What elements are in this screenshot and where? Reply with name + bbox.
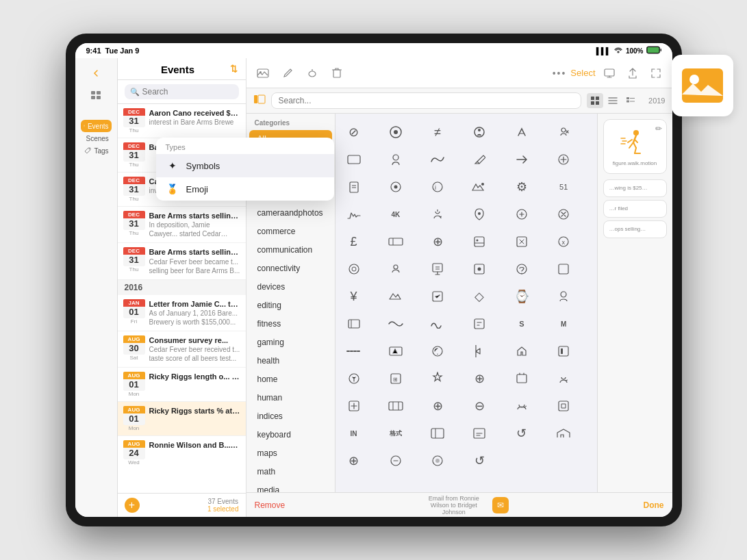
detail-edit-icon[interactable]: ✏	[655, 124, 662, 133]
sidebar-toggle-icon[interactable]	[253, 94, 266, 107]
symbol-cell[interactable]	[341, 366, 367, 392]
add-event-btn[interactable]: +	[125, 498, 140, 513]
symbol-cell[interactable]: ◇	[466, 283, 492, 309]
symbol-cell[interactable]: ⊕	[425, 229, 451, 255]
symbol-cell[interactable]	[550, 420, 577, 446]
category-item-maps[interactable]: maps	[249, 444, 332, 462]
symbol-cell[interactable]	[466, 420, 492, 446]
symbol-cell[interactable]: ⚙	[509, 174, 535, 200]
brush-btn[interactable]	[278, 64, 297, 83]
done-btn[interactable]: Done	[644, 500, 664, 510]
list-item[interactable]: JAN 01 Fri Letter from Jamie C... to Fir…	[118, 295, 246, 331]
toolbar-ellipsis[interactable]: •••	[553, 68, 567, 79]
sidebar-item-scenes[interactable]: Scenes	[81, 132, 112, 144]
category-item-connectivity[interactable]: connectivity	[249, 259, 332, 277]
symbol-cell[interactable]	[509, 256, 535, 282]
symbol-cell[interactable]	[383, 256, 409, 282]
symbol-cell[interactable]	[425, 338, 451, 364]
symbol-cell[interactable]	[341, 338, 367, 364]
symbol-cell[interactable]	[341, 311, 367, 337]
bottom-email-icon[interactable]: ✉	[492, 497, 509, 513]
symbol-cell[interactable]: ↺	[509, 420, 535, 446]
symbol-cell[interactable]: i	[425, 174, 451, 200]
list-item[interactable]: AUG 01 Mon Ricky Riggs starts % at Bare …	[118, 402, 246, 436]
detail-view-btn[interactable]	[622, 93, 639, 108]
list-item[interactable]: DEC 31 Thu Bare Arms starts selling Ceda…	[118, 207, 246, 243]
lasso-btn[interactable]	[303, 64, 322, 83]
symbol-cell[interactable]	[466, 229, 492, 255]
symbol-cell[interactable]	[383, 147, 409, 173]
symbol-cell[interactable]	[550, 147, 577, 173]
symbol-cell[interactable]	[550, 283, 577, 309]
category-item-devices[interactable]: devices	[249, 278, 332, 296]
symbol-cell[interactable]: ↺	[466, 448, 492, 474]
symbol-cell[interactable]	[383, 393, 409, 419]
category-item-communication[interactable]: communication	[249, 241, 332, 259]
category-item-fitness[interactable]: fitness	[249, 315, 332, 333]
symbol-cell[interactable]	[341, 256, 367, 282]
symbol-cell[interactable]: 格式	[383, 420, 409, 446]
toolbar-share-icon[interactable]	[623, 64, 642, 83]
events-search-input[interactable]	[142, 87, 233, 97]
grid-view-btn[interactable]	[587, 93, 603, 108]
symbol-cell[interactable]: ⊕	[466, 366, 492, 392]
symbol-cell[interactable]	[466, 174, 492, 200]
sidebar-item-events[interactable]: Events	[81, 120, 112, 132]
symbol-cell[interactable]	[341, 174, 367, 200]
symbol-cell[interactable]	[425, 448, 451, 474]
symbol-cell[interactable]: ⊘	[341, 119, 367, 145]
symbol-cell[interactable]	[509, 119, 535, 145]
symbol-cell[interactable]: ⊖	[466, 393, 492, 419]
symbol-cell[interactable]	[509, 229, 535, 255]
category-item-keyboard[interactable]: keyboard	[249, 426, 332, 444]
symbol-cell[interactable]	[466, 119, 492, 145]
symbol-cell[interactable]	[509, 366, 535, 392]
symbol-cell[interactable]	[341, 201, 367, 227]
symbol-cell[interactable]: ⌚	[509, 283, 535, 309]
symbol-cell[interactable]: 51	[550, 174, 577, 200]
remove-btn[interactable]: Remove	[255, 500, 286, 510]
events-sort-icon[interactable]: ⇅	[230, 64, 238, 74]
symbol-cell[interactable]	[550, 201, 577, 227]
dropdown-item-symbols[interactable]: ✦ Symbols	[156, 154, 334, 177]
symbol-cell[interactable]: S	[509, 311, 535, 337]
trash-btn[interactable]	[327, 64, 346, 83]
symbol-cell[interactable]	[383, 174, 409, 200]
category-item-human[interactable]: human	[249, 389, 332, 407]
toolbar-select-btn[interactable]: Select	[570, 68, 595, 78]
image-insert-btn[interactable]	[253, 64, 273, 83]
symbol-cell[interactable]	[383, 229, 409, 255]
symbol-cell[interactable]: M	[550, 311, 577, 337]
symbol-cell[interactable]: ⊕	[341, 448, 367, 474]
symbol-cell[interactable]	[383, 448, 409, 474]
symbol-cell[interactable]: ¥	[341, 283, 367, 309]
symbol-cell[interactable]	[383, 283, 409, 309]
list-view-btn[interactable]	[605, 93, 621, 108]
list-item[interactable]: DEC 31 Thu Bare Arms starts selling Ceda…	[118, 243, 246, 279]
symbol-cell[interactable]	[341, 393, 367, 419]
symbol-cell[interactable]	[509, 393, 535, 419]
symbol-cell[interactable]: ⊞	[383, 366, 409, 392]
symbol-cell[interactable]	[383, 311, 409, 337]
sidebar-item-tags[interactable]: Tags	[81, 144, 112, 157]
symbol-cell[interactable]	[425, 147, 451, 173]
list-item[interactable]: AUG 24 Wed Ronnie Wilson and B... Johnso…	[118, 436, 246, 470]
symbol-cell[interactable]	[509, 201, 535, 227]
category-item-indices[interactable]: indices	[249, 407, 332, 425]
symbol-cell[interactable]	[550, 119, 577, 145]
category-item-editing[interactable]: editing	[249, 296, 332, 314]
category-item-home[interactable]: home	[249, 370, 332, 388]
symbol-cell[interactable]	[425, 366, 451, 392]
category-item-gaming[interactable]: gaming	[249, 333, 332, 351]
category-item-health[interactable]: health	[249, 352, 332, 370]
symbol-cell[interactable]: £	[341, 229, 367, 255]
category-item-commerce[interactable]: commerce	[249, 222, 332, 240]
symbol-search-input[interactable]	[271, 92, 582, 109]
symbol-cell[interactable]	[383, 119, 409, 145]
symbol-cell[interactable]	[466, 256, 492, 282]
symbol-cell[interactable]	[425, 420, 451, 446]
symbol-cell[interactable]: IN	[341, 420, 367, 446]
symbol-cell[interactable]: x	[550, 229, 577, 255]
sidebar-grid-btn[interactable]	[84, 86, 108, 105]
symbol-cell[interactable]	[466, 147, 492, 173]
